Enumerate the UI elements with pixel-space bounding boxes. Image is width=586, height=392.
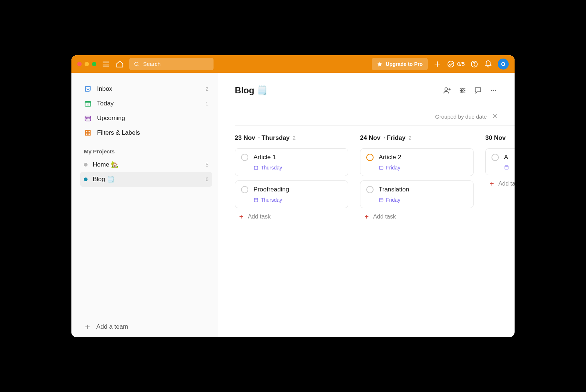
- svg-rect-21: [88, 133, 90, 135]
- svg-point-15: [86, 118, 87, 119]
- sidebar-item-inbox[interactable]: Inbox 2: [80, 82, 212, 96]
- sidebar: Inbox 2 17 Today 1 Upcoming Filters & La…: [71, 73, 218, 337]
- svg-line-4: [138, 65, 139, 66]
- svg-rect-20: [85, 133, 88, 135]
- nav-count: 1: [205, 101, 208, 107]
- add-icon[interactable]: [433, 60, 442, 68]
- column-24-nov: 24 Nov · Friday 2 Article 2 Friday: [360, 134, 474, 221]
- more-icon[interactable]: [489, 86, 498, 95]
- task-card[interactable]: Article 2 Friday: [360, 148, 474, 176]
- board: 23 Nov · Thursday 2 Article 1 Thurs: [235, 125, 515, 221]
- task-due: Thursday: [253, 165, 342, 171]
- sidebar-item-upcoming[interactable]: Upcoming: [80, 111, 212, 126]
- search-box[interactable]: [129, 58, 214, 70]
- task-checkbox[interactable]: [241, 154, 248, 161]
- add-team-label: Add a team: [96, 323, 128, 331]
- task-checkbox[interactable]: [366, 154, 374, 161]
- close-icon[interactable]: [492, 113, 498, 120]
- svg-rect-38: [254, 166, 257, 169]
- today-icon: 17: [84, 100, 92, 108]
- nav-count: 2: [205, 86, 208, 92]
- star-icon: [377, 61, 383, 67]
- add-team-button[interactable]: Add a team: [80, 318, 212, 333]
- maximize-window-button[interactable]: [92, 62, 96, 66]
- calendar-icon: [504, 165, 509, 170]
- search-icon: [134, 61, 140, 67]
- task-card[interactable]: Translation Friday: [360, 180, 474, 208]
- group-bar: Grouped by due date: [218, 96, 515, 125]
- nav-label: Inbox: [97, 85, 112, 93]
- svg-rect-46: [505, 165, 508, 169]
- calendar-icon: [379, 165, 384, 170]
- column-date: 30 Nov: [485, 134, 506, 142]
- project-color-dot: [84, 163, 88, 167]
- home-icon[interactable]: [115, 60, 124, 68]
- task-title: A: [504, 154, 508, 161]
- upgrade-label: Upgrade to Pro: [386, 61, 423, 67]
- bell-icon[interactable]: [484, 60, 493, 68]
- avatar[interactable]: O: [498, 59, 509, 70]
- task-checkbox[interactable]: [366, 186, 374, 193]
- svg-point-34: [493, 90, 494, 91]
- nav-label: Filters & Labels: [97, 129, 140, 137]
- upcoming-icon: [84, 114, 92, 122]
- add-task-label: Add task: [248, 213, 271, 220]
- upgrade-button[interactable]: Upgrade to Pro: [372, 58, 428, 70]
- column-header[interactable]: 30 Nov: [485, 134, 515, 142]
- svg-text:17: 17: [86, 103, 89, 106]
- column-count: 2: [408, 135, 411, 141]
- calendar-icon: [253, 165, 259, 170]
- plus-icon: +: [364, 213, 369, 221]
- svg-point-24: [445, 87, 448, 90]
- project-count: 5: [205, 162, 208, 168]
- project-count: 6: [205, 176, 208, 182]
- project-color-dot: [84, 178, 88, 181]
- project-home[interactable]: Home 🏡 5: [80, 157, 212, 172]
- task-card[interactable]: A: [485, 148, 515, 175]
- svg-point-7: [448, 61, 454, 67]
- projects-heading[interactable]: My Projects: [84, 148, 212, 154]
- add-task-button[interactable]: + Add task: [360, 213, 474, 221]
- svg-point-9: [474, 66, 475, 66]
- svg-rect-40: [254, 198, 257, 201]
- settings-icon[interactable]: [458, 86, 467, 95]
- task-title: Article 2: [379, 154, 401, 161]
- project-blog[interactable]: Blog 🗒️ 6: [80, 172, 212, 187]
- share-icon[interactable]: [443, 86, 452, 95]
- task-due: Friday: [379, 165, 467, 171]
- close-window-button[interactable]: [77, 62, 82, 66]
- add-task-button[interactable]: + Add task: [485, 180, 515, 188]
- task-checkbox[interactable]: [241, 186, 248, 193]
- plus-icon: [84, 323, 91, 331]
- svg-point-3: [135, 62, 138, 65]
- sidebar-item-filters[interactable]: Filters & Labels: [80, 126, 212, 140]
- plus-icon: +: [239, 213, 244, 221]
- group-label[interactable]: Grouped by due date: [435, 113, 487, 120]
- svg-rect-19: [88, 130, 90, 132]
- productivity-button[interactable]: 0/5: [447, 60, 465, 68]
- task-card[interactable]: Proofreading Thursday: [235, 180, 348, 208]
- svg-point-30: [463, 90, 464, 91]
- page-title: Blog 🗒️: [235, 85, 268, 96]
- main-panel: Blog 🗒️ Grouped by due date 23: [218, 73, 515, 337]
- project-label: Home 🏡: [93, 161, 119, 168]
- sidebar-item-today[interactable]: 17 Today 1: [80, 96, 212, 111]
- help-icon[interactable]: [470, 60, 479, 68]
- add-task-button[interactable]: + Add task: [235, 213, 348, 221]
- board-scroll[interactable]: 23 Nov · Thursday 2 Article 1 Thurs: [218, 125, 515, 337]
- productivity-counter: 0/5: [457, 61, 465, 67]
- search-input[interactable]: [143, 61, 209, 67]
- task-title: Proofreading: [253, 186, 289, 193]
- inbox-icon: [84, 85, 92, 93]
- svg-point-35: [495, 90, 496, 91]
- comment-icon[interactable]: [474, 86, 482, 95]
- column-header[interactable]: 24 Nov · Friday 2: [360, 134, 474, 142]
- app-body: Inbox 2 17 Today 1 Upcoming Filters & La…: [71, 73, 515, 337]
- minimize-window-button[interactable]: [85, 62, 89, 66]
- column-23-nov: 23 Nov · Thursday 2 Article 1 Thurs: [235, 134, 348, 221]
- column-header[interactable]: 23 Nov · Thursday 2: [235, 134, 348, 142]
- task-checkbox[interactable]: [492, 154, 499, 161]
- menu-icon[interactable]: [101, 60, 110, 68]
- svg-point-17: [89, 118, 90, 119]
- task-card[interactable]: Article 1 Thursday: [235, 148, 348, 176]
